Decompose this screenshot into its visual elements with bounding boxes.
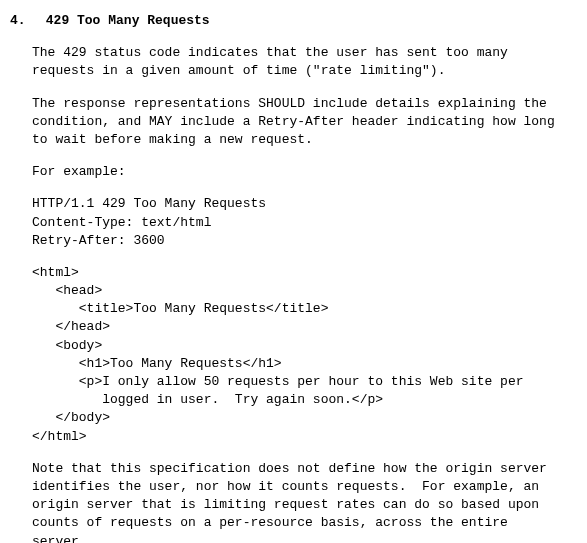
paragraph-note: Note that this specification does not de…	[32, 460, 567, 543]
paragraph-should: The response representations SHOULD incl…	[32, 95, 567, 150]
paragraph-example-label: For example:	[32, 163, 567, 181]
section-title: 429 Too Many Requests	[46, 13, 210, 28]
section-heading: 4. 429 Too Many Requests	[10, 12, 567, 30]
paragraph-intro: The 429 status code indicates that the u…	[32, 44, 567, 80]
section-number: 4.	[10, 12, 32, 30]
code-html-example: <html> <head> <title>Too Many Requests</…	[32, 264, 567, 446]
code-http-headers: HTTP/1.1 429 Too Many Requests Content-T…	[32, 195, 567, 250]
